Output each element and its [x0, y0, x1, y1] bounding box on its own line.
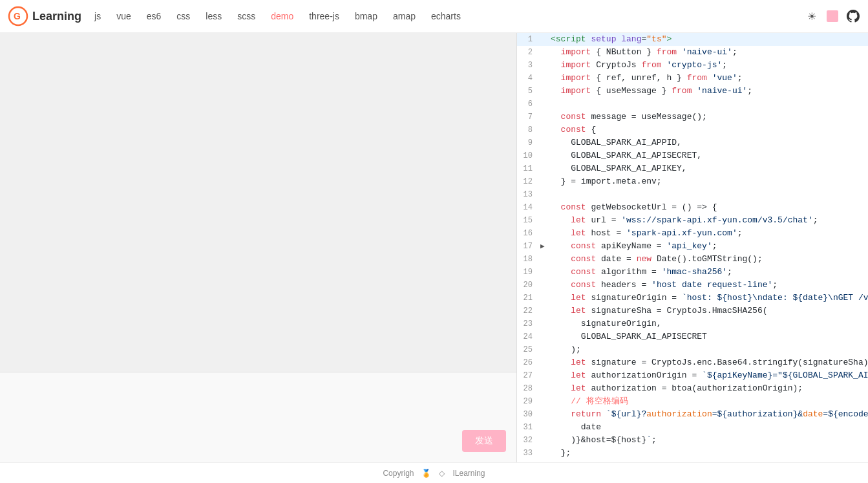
line-number-7: 7 — [517, 111, 540, 123]
line-number-32: 32 — [517, 434, 540, 447]
nav-bar: jsvuees6csslessscssdemothree-jsbmapamape… — [94, 11, 805, 21]
chat-area — [0, 33, 516, 372]
line-content-32: )}&host=${host}`; — [551, 434, 868, 447]
nav-link-three-js[interactable]: three-js — [309, 11, 339, 21]
svg-text:G: G — [14, 11, 21, 21]
code-line-23: 23 signatureOrigin, — [517, 317, 868, 330]
line-content-29: // 将空格编码 — [551, 395, 868, 408]
line-content-33: }; — [551, 447, 868, 460]
line-number-4: 4 — [517, 72, 540, 85]
code-line-11: 11 GLOBAL_SPARK_AI_APIKEY, — [517, 162, 868, 175]
line-number-21: 21 — [517, 292, 540, 305]
left-panel: 发送 — [0, 33, 517, 462]
line-number-27: 27 — [517, 369, 540, 382]
code-line-6: 6 — [517, 98, 868, 111]
header-actions: ☀ — [805, 9, 860, 23]
line-content-15: let url = 'wss://spark-api.xf-yun.com/v3… — [551, 214, 868, 227]
nav-link-echarts[interactable]: echarts — [431, 11, 461, 21]
nav-link-amap[interactable]: amap — [393, 11, 416, 21]
code-line-3: 3 import CryptoJs from 'crypto-js'; — [517, 59, 868, 72]
logo-text: Learning — [32, 10, 81, 23]
header: G Learning jsvuees6csslessscssdemothree-… — [0, 0, 868, 33]
nav-link-js[interactable]: js — [94, 11, 101, 21]
code-line-8: 8 const { — [517, 123, 868, 136]
line-number-18: 18 — [517, 253, 540, 266]
line-content-31: date — [551, 421, 868, 434]
line-number-30: 30 — [517, 408, 540, 421]
nav-link-demo[interactable]: demo — [271, 11, 293, 21]
code-line-26: 26 let signature = CryptoJs.enc.Base64.s… — [517, 356, 868, 369]
line-number-12: 12 — [517, 175, 540, 188]
main-content: 发送 1<script setup lang="ts">2 import { N… — [0, 33, 868, 462]
line-number-19: 19 — [517, 266, 540, 279]
code-line-17: 17▶ const apiKeyName = 'api_key'; — [517, 240, 868, 253]
line-content-27: let authorizationOrigin = `${apiKeyName}… — [551, 369, 868, 382]
line-number-17: 17 — [517, 240, 540, 253]
nav-link-es6[interactable]: es6 — [147, 11, 162, 21]
logo-icon: G — [8, 6, 28, 27]
line-content-26: let signature = CryptoJs.enc.Base64.stri… — [551, 356, 868, 369]
line-content-10: GLOBAL_SPARK_AI_APISECRET, — [551, 149, 868, 162]
line-number-13: 13 — [517, 188, 540, 201]
code-line-7: 7 const message = useMessage(); — [517, 111, 868, 123]
line-number-9: 9 — [517, 136, 540, 149]
line-number-3: 3 — [517, 59, 540, 72]
nav-link-less[interactable]: less — [206, 11, 222, 21]
line-number-11: 11 — [517, 162, 540, 175]
code-line-25: 25 ); — [517, 343, 868, 356]
line-number-5: 5 — [517, 85, 540, 98]
code-line-16: 16 let host = 'spark-api.xf-yun.com'; — [517, 227, 868, 240]
send-button[interactable]: 发送 — [462, 430, 506, 452]
footer-icon-1: 🏅 — [421, 469, 431, 478]
line-number-29: 29 — [517, 395, 540, 408]
line-number-14: 14 — [517, 201, 540, 214]
nav-link-scss[interactable]: scss — [237, 11, 255, 21]
line-content-21: let signatureOrigin = `host: ${host}\nda… — [551, 292, 868, 305]
line-content-2: import { NButton } from 'naive-ui'; — [551, 46, 868, 59]
line-content-12: } = import.meta.env; — [551, 175, 868, 188]
color-swatch-icon[interactable] — [827, 10, 838, 22]
footer-site: ILearning — [452, 469, 485, 478]
nav-link-bmap[interactable]: bmap — [355, 11, 377, 21]
code-editor: 1<script setup lang="ts">2 import { NBut… — [517, 33, 868, 460]
code-line-9: 9 GLOBAL_SPARK_AI_APPID, — [517, 136, 868, 149]
line-content-22: let signatureSha = CryptoJs.HmacSHA256( — [551, 305, 868, 317]
nav-link-css[interactable]: css — [176, 11, 190, 21]
code-line-28: 28 let authorization = btoa(authorizatio… — [517, 382, 868, 395]
code-line-21: 21 let signatureOrigin = `host: ${host}\… — [517, 292, 868, 305]
code-line-14: 14 const getWebsocketUrl = () => { — [517, 201, 868, 214]
code-line-20: 20 const headers = 'host date request-li… — [517, 279, 868, 292]
footer-icon-2: ◇ — [439, 469, 445, 478]
line-number-8: 8 — [517, 123, 540, 136]
line-content-14: const getWebsocketUrl = () => { — [551, 201, 868, 214]
github-icon[interactable] — [846, 9, 860, 23]
sun-icon[interactable]: ☀ — [805, 9, 819, 23]
code-line-33: 33 }; — [517, 447, 868, 460]
code-line-2: 2 import { NButton } from 'naive-ui'; — [517, 46, 868, 59]
logo[interactable]: G Learning — [8, 6, 81, 27]
line-content-20: const headers = 'host date request-line'… — [551, 279, 868, 292]
code-line-13: 13 — [517, 188, 868, 201]
code-editor-panel: 1<script setup lang="ts">2 import { NBut… — [517, 33, 868, 462]
line-content-9: GLOBAL_SPARK_AI_APPID, — [551, 136, 868, 149]
line-content-1: <script setup lang="ts"> — [551, 33, 868, 46]
line-number-23: 23 — [517, 317, 540, 330]
code-line-32: 32 )}&host=${host}`; — [517, 434, 868, 447]
line-content-11: GLOBAL_SPARK_AI_APIKEY, — [551, 162, 868, 175]
line-content-25: ); — [551, 343, 868, 356]
line-content-3: import CryptoJs from 'crypto-js'; — [551, 59, 868, 72]
line-number-28: 28 — [517, 382, 540, 395]
code-line-31: 31 date — [517, 421, 868, 434]
line-content-16: let host = 'spark-api.xf-yun.com'; — [551, 227, 868, 240]
copyright-text: Copyrigh — [383, 469, 414, 478]
line-number-15: 15 — [517, 214, 540, 227]
nav-link-vue[interactable]: vue — [116, 11, 131, 21]
line-number-20: 20 — [517, 279, 540, 292]
code-line-30: 30 return `${url}?authorization=${author… — [517, 408, 868, 421]
code-line-1: 1<script setup lang="ts"> — [517, 33, 868, 46]
line-content-7: const message = useMessage(); — [551, 111, 868, 123]
line-number-31: 31 — [517, 421, 540, 434]
line-content-18: const date = new Date().toGMTString(); — [551, 253, 868, 266]
line-number-6: 6 — [517, 98, 540, 111]
line-number-2: 2 — [517, 46, 540, 59]
